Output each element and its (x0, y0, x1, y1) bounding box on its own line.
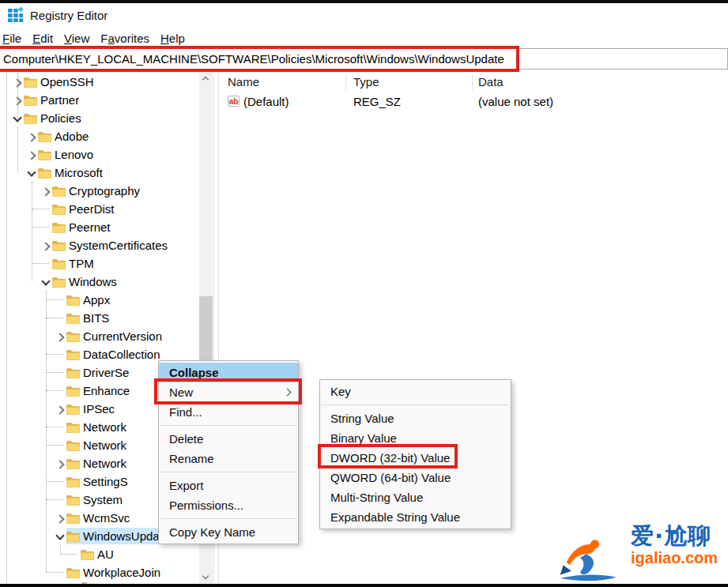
tree-item-tpm[interactable]: TPM (0, 254, 199, 273)
tree-item-cryptography[interactable]: Cryptography (0, 182, 199, 200)
menu-item-collapse[interactable]: Collapse (159, 363, 298, 382)
folder-icon (66, 458, 80, 469)
tree-item-label: Enhance (83, 384, 130, 397)
menu-item-label: Copy Key Name (169, 525, 255, 539)
folder-icon (66, 422, 80, 433)
chevron-right-icon[interactable] (40, 239, 52, 252)
tree-item-label: WcmSvc (83, 511, 130, 525)
tree-item-peerdist[interactable]: PeerDist (0, 200, 199, 218)
tree-item-lenovo[interactable]: Lenovo (0, 145, 199, 164)
menubar-item-favorites[interactable]: Favorites (100, 32, 149, 45)
tree-leaf-spacer (40, 221, 52, 234)
menu-item-new[interactable]: New (159, 382, 298, 402)
folder-icon (66, 367, 80, 378)
menu-item-key[interactable]: Key (320, 382, 511, 401)
value-row-default[interactable]: ab(Default)REG_SZ(value not set) (220, 93, 728, 111)
chevron-right-icon[interactable] (54, 403, 66, 416)
list-header: NameTypeData (220, 72, 728, 92)
menu-bar: FileEditViewFavoritesHelp (0, 28, 728, 47)
tree-item-label: System (83, 493, 123, 506)
tree-item-adobe[interactable]: Adobe (0, 127, 199, 145)
menu-item-copy-key-name[interactable]: Copy Key Name (159, 522, 298, 542)
menubar-item-edit[interactable]: Edit (32, 32, 53, 45)
menu-separator (322, 405, 509, 405)
tree-item-windows[interactable]: Windows (0, 273, 199, 291)
chevron-down-icon[interactable] (54, 530, 66, 543)
watermark-logo-icon (550, 515, 636, 583)
tree-item-label: Lenovo (55, 148, 93, 161)
menu-item-find[interactable]: Find... (159, 402, 298, 422)
chevron-right-icon[interactable] (25, 149, 38, 161)
chevron-right-icon[interactable] (11, 94, 24, 107)
address-bar-input[interactable]: Computer\HKEY_LOCAL_MACHINE\SOFTWARE\Pol… (0, 48, 728, 70)
tree-item-openssh[interactable]: OpenSSH (0, 73, 199, 91)
tree-item-systemcertificates[interactable]: SystemCertificates (0, 236, 199, 254)
tree-item-label: DataCollection (83, 348, 160, 361)
column-divider[interactable] (472, 74, 473, 90)
tree-item-policies[interactable]: Policies (0, 109, 199, 127)
menu-item-binary-value[interactable]: Binary Value (320, 428, 511, 448)
menubar-item-help[interactable]: Help (160, 32, 185, 45)
menubar-item-file[interactable]: File (2, 32, 21, 45)
chevron-right-icon[interactable] (54, 330, 66, 343)
tree-item-currentversion[interactable]: CurrentVersion (0, 327, 199, 345)
menu-item-label: Collapse (169, 366, 219, 379)
tree-item-label: Microsoft (55, 166, 103, 179)
tree-leaf-spacer (40, 258, 52, 270)
tree-item-label: WindowsUpdate (83, 529, 169, 543)
chevron-down-icon[interactable] (11, 112, 24, 125)
menu-item-qword-64-bit-value[interactable]: QWORD (64-bit) Value (320, 468, 511, 487)
column-header-name[interactable]: Name (228, 75, 259, 88)
tree-item-body: IPSec (66, 401, 116, 417)
folder-icon (24, 95, 37, 106)
tree-leaf-spacer (54, 348, 66, 361)
tree-item-workplacejoin[interactable]: WorkplaceJoin (0, 563, 199, 581)
tree-item-label: Policies (40, 111, 81, 125)
menu-separator (160, 425, 296, 426)
menu-item-permissions[interactable]: Permissions... (159, 495, 298, 515)
tree-item-body: Policies (24, 110, 83, 126)
tree-item-label: SystemCertificates (69, 239, 168, 252)
tree-item-appx[interactable]: Appx (0, 291, 199, 309)
tree-item-peernet[interactable]: Peernet (0, 218, 199, 236)
tree-item-microsoft[interactable]: Microsoft (0, 164, 199, 182)
tree-item-bits[interactable]: BITS (0, 309, 199, 327)
tree-item-body: Lenovo (38, 146, 95, 163)
tree-item-body: WcmSvc (66, 510, 131, 526)
menu-item-delete[interactable]: Delete (159, 429, 298, 449)
tree-item-label: IPSec (83, 402, 115, 416)
menu-item-label: Multi-String Value (330, 491, 423, 504)
chevron-right-icon[interactable] (25, 130, 38, 143)
chevron-right-icon[interactable] (40, 185, 52, 198)
tree-item-label: Peernet (69, 220, 111, 234)
menu-item-string-value[interactable]: String Value (320, 408, 511, 428)
menu-item-export[interactable]: Export (159, 476, 298, 495)
tree-leaf-spacer (54, 494, 66, 506)
chevron-right-icon[interactable] (11, 76, 24, 88)
column-header-data[interactable]: Data (478, 75, 504, 88)
tree-item-body: Cryptography (52, 182, 141, 199)
chevron-down-icon[interactable] (25, 167, 38, 179)
menu-item-expandable-string-value[interactable]: Expandable String Value (320, 507, 511, 527)
tree-item-partner[interactable]: Partner (0, 91, 199, 109)
column-header-type[interactable]: Type (353, 75, 379, 88)
tree-leaf-spacer (54, 312, 66, 325)
tree-item-label: Network (83, 457, 126, 470)
menubar-item-view[interactable]: View (64, 32, 89, 45)
menu-item-multi-string-value[interactable]: Multi-String Value (320, 487, 511, 507)
chevron-right-icon[interactable] (54, 457, 66, 470)
folder-icon (66, 495, 80, 506)
tree-item-au[interactable]: AU (0, 545, 199, 563)
menu-item-rename[interactable]: Rename (159, 449, 298, 468)
chevron-down-icon[interactable] (40, 276, 52, 288)
folder-icon (52, 240, 66, 251)
chevron-right-icon[interactable] (54, 512, 66, 525)
scroll-down-icon[interactable] (199, 570, 213, 584)
folder-icon (66, 476, 80, 487)
tree-leaf-spacer (68, 548, 81, 561)
column-divider[interactable] (345, 74, 346, 90)
tree-leaf-spacer (54, 385, 66, 397)
menu-item-dword-32-bit-value[interactable]: DWORD (32-bit) Value (320, 448, 511, 468)
menu-item-label: Rename (169, 452, 214, 465)
scroll-up-icon[interactable] (199, 72, 213, 85)
